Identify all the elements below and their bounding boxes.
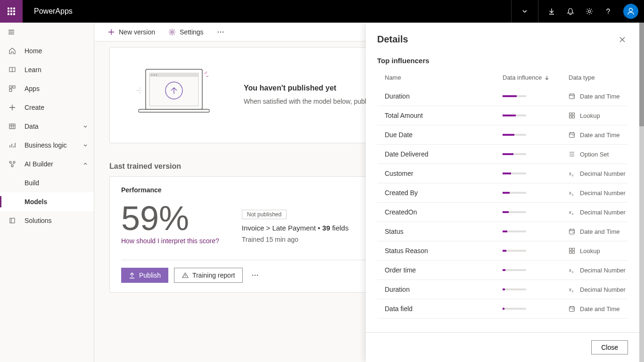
cmd-label: New version <box>119 28 155 36</box>
table-row[interactable]: Duration x2 Decimal Number <box>377 280 628 299</box>
table-row[interactable]: CreatedOn x2 Decimal Number <box>377 203 628 222</box>
data-icon <box>8 122 17 131</box>
row-influence <box>503 173 569 174</box>
sidebar: Home Learn Apps Create Data Business log… <box>0 23 94 362</box>
row-name: Created By <box>385 189 503 197</box>
interpret-score-link[interactable]: How should I interpret this score? <box>121 237 219 245</box>
table-row[interactable]: Due Date Date and Time <box>377 125 628 145</box>
column-influence[interactable]: Data influence <box>503 74 569 81</box>
settings-button[interactable]: Settings <box>165 26 207 38</box>
calendar-icon <box>569 132 575 138</box>
svg-rect-41 <box>570 248 572 251</box>
row-type: x2 Decimal Number <box>569 189 628 197</box>
sidebar-toggle[interactable] <box>0 23 94 41</box>
svg-text:x: x <box>569 171 571 176</box>
close-icon[interactable] <box>617 34 628 45</box>
training-report-button[interactable]: Training report <box>174 268 243 283</box>
table-row[interactable]: Created By x2 Decimal Number <box>377 183 628 203</box>
svg-rect-28 <box>572 113 575 115</box>
nav-build[interactable]: Build <box>0 173 94 192</box>
row-type: Date and Time <box>569 305 628 313</box>
svg-point-13 <box>222 31 223 32</box>
nav-label: Build <box>25 179 39 187</box>
calendar-icon <box>569 93 575 99</box>
row-influence <box>503 192 569 194</box>
help-icon[interactable] <box>599 0 618 23</box>
svg-rect-31 <box>570 133 575 138</box>
svg-point-19 <box>156 74 157 76</box>
table-row[interactable]: Total Amount Lookup <box>377 106 628 125</box>
panel-scrollbar[interactable] <box>639 23 644 362</box>
row-name: Duration <box>385 286 503 293</box>
nav-create[interactable]: Create <box>0 98 94 117</box>
nav-solutions[interactable]: Solutions <box>0 211 94 230</box>
svg-text:x: x <box>569 268 571 273</box>
decimal-icon: x2 <box>569 286 575 293</box>
download-icon[interactable] <box>542 0 561 23</box>
settings-icon[interactable] <box>580 0 599 23</box>
svg-rect-43 <box>570 251 572 254</box>
table-row[interactable]: Date Delivered Option Set <box>377 145 628 164</box>
row-name: Date Delivered <box>385 150 503 158</box>
svg-rect-3 <box>13 86 15 88</box>
app-title: PowerApps <box>34 7 73 16</box>
table-row[interactable]: Order time x2 Decimal Number <box>377 261 628 280</box>
column-type[interactable]: Data type <box>569 74 628 81</box>
plus-icon <box>107 28 115 36</box>
table-row[interactable]: Status Date and Time <box>377 222 628 241</box>
model-breadcrumb: Invoice > Late Payment • 39 fields <box>242 224 349 232</box>
new-version-button[interactable]: New version <box>104 26 159 38</box>
more-actions-button[interactable] <box>248 269 262 282</box>
svg-point-26 <box>573 97 574 98</box>
svg-point-32 <box>573 135 574 136</box>
nav-apps[interactable]: Apps <box>0 79 94 98</box>
close-button[interactable]: Close <box>591 340 628 354</box>
waffle-button[interactable] <box>0 0 23 23</box>
notifications-icon[interactable] <box>561 0 580 23</box>
row-influence <box>503 269 569 271</box>
waffle-icon <box>8 8 15 15</box>
nav-data[interactable]: Data <box>0 117 94 136</box>
svg-text:x: x <box>569 190 571 196</box>
laptop-illustration <box>127 65 221 126</box>
user-avatar[interactable] <box>623 4 638 19</box>
nav-business-logic[interactable]: Business logic <box>0 136 94 155</box>
row-type: Option Set <box>569 151 628 158</box>
calendar-icon <box>569 305 575 312</box>
row-influence <box>503 250 569 252</box>
nav-ai-builder[interactable]: AI Builder <box>0 155 94 173</box>
nav-home[interactable]: Home <box>0 41 94 60</box>
environment-dropdown[interactable] <box>515 0 534 23</box>
lookup-icon <box>569 247 575 254</box>
decimal-icon: x2 <box>569 209 575 215</box>
more-commands-button[interactable] <box>213 26 228 38</box>
column-name[interactable]: Name <box>385 74 503 81</box>
business-icon <box>8 140 17 150</box>
row-name: Total Amount <box>385 112 503 119</box>
warning-icon <box>182 272 189 279</box>
row-name: Due Date <box>385 131 503 139</box>
table-row[interactable]: Duration Date and Time <box>377 87 628 106</box>
row-influence <box>503 153 569 155</box>
table-row[interactable]: Status Reason Lookup <box>377 241 628 261</box>
decimal-icon: x2 <box>569 170 575 177</box>
row-name: Order time <box>385 266 503 274</box>
nav-learn[interactable]: Learn <box>0 60 94 79</box>
row-type: x2 Decimal Number <box>569 267 628 274</box>
top-header: PowerApps <box>0 0 644 23</box>
row-influence <box>503 308 569 310</box>
svg-text:2: 2 <box>572 213 574 215</box>
panel-title: Details <box>377 34 408 45</box>
publish-button[interactable]: Publish <box>121 268 168 283</box>
table-row[interactable]: Data field Date and Time <box>377 299 628 319</box>
svg-rect-27 <box>570 113 572 115</box>
row-type: Lookup <box>569 247 628 255</box>
row-influence <box>503 230 569 232</box>
nav-models[interactable]: Models <box>0 192 94 211</box>
ai-icon <box>8 159 17 169</box>
nav-label: Solutions <box>25 217 52 224</box>
row-type: x2 Decimal Number <box>569 209 628 216</box>
table-row[interactable]: Customer x2 Decimal Number <box>377 164 628 183</box>
create-icon <box>8 103 17 112</box>
svg-point-23 <box>255 275 256 276</box>
